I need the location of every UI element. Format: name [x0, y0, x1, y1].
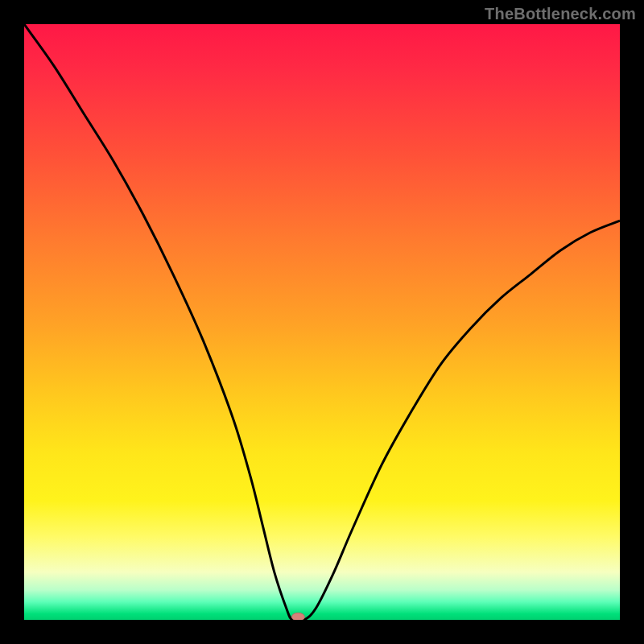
chart-frame: TheBottleneck.com: [0, 0, 644, 644]
curve-layer: [24, 24, 620, 620]
bottleneck-curve: [24, 24, 620, 620]
watermark-text: TheBottleneck.com: [485, 5, 636, 23]
min-marker: [291, 613, 304, 620]
plot-area: [24, 24, 620, 620]
